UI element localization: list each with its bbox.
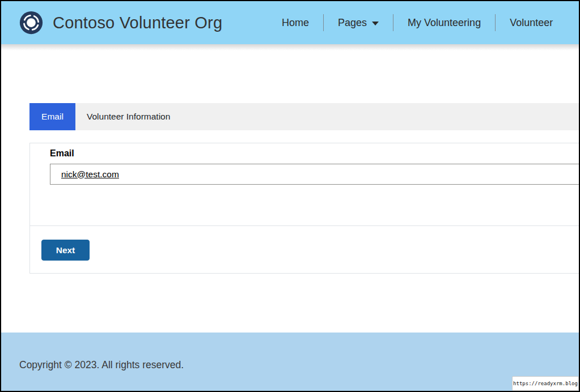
caret-down-icon xyxy=(372,22,379,25)
tab-email[interactable]: Email xyxy=(29,103,75,130)
nav-my-volunteering[interactable]: My Volunteering xyxy=(393,17,495,29)
browser-viewport: Contoso Volunteer Org Home Pages My Volu… xyxy=(0,0,580,392)
nav-pages-label: Pages xyxy=(338,17,367,29)
nav-volunteer[interactable]: Volunteer xyxy=(496,17,567,29)
nav-home[interactable]: Home xyxy=(268,17,323,29)
brand[interactable]: Contoso Volunteer Org xyxy=(19,11,222,35)
org-logo-icon xyxy=(19,11,43,35)
watermark: https://readyxrm.blog xyxy=(512,376,579,391)
email-label: Email xyxy=(50,148,74,159)
site-header: Contoso Volunteer Org Home Pages My Volu… xyxy=(1,1,579,44)
copyright-text: Copyright © 2023. All rights reserved. xyxy=(19,359,184,371)
brand-name: Contoso Volunteer Org xyxy=(53,14,222,32)
tab-strip: Email Volunteer Information xyxy=(29,103,579,130)
email-input[interactable] xyxy=(50,164,580,185)
header-shadow xyxy=(1,44,579,50)
form-panel-body: Email xyxy=(30,143,580,225)
next-button[interactable]: Next xyxy=(41,240,90,261)
main-nav: Home Pages My Volunteering Volunteer xyxy=(268,1,567,44)
form-panel: Email Next xyxy=(29,143,580,274)
site-footer: Copyright © 2023. All rights reserved. xyxy=(1,333,579,391)
nav-pages-dropdown[interactable]: Pages xyxy=(324,17,393,29)
form-panel-footer: Next xyxy=(30,225,580,274)
tab-volunteer-information[interactable]: Volunteer Information xyxy=(75,103,170,130)
